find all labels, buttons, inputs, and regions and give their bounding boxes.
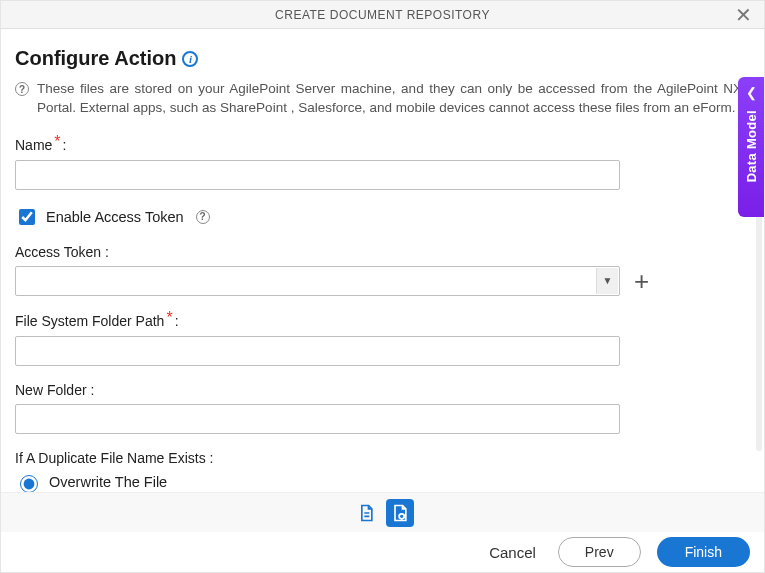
field-name: Name * : [15, 136, 742, 190]
prev-button[interactable]: Prev [558, 537, 641, 567]
name-label: Name * : [15, 136, 742, 154]
modal-header: CREATE DOCUMENT REPOSITORY ✕ [1, 1, 764, 29]
modal-create-document-repository: CREATE DOCUMENT REPOSITORY ✕ Configure A… [0, 0, 765, 573]
access-token-select[interactable] [15, 266, 620, 296]
field-folder-path: File System Folder Path * : [15, 312, 742, 366]
field-duplicate: If A Duplicate File Name Exists : Overwr… [15, 450, 742, 492]
help-text: These files are stored on your AgilePoin… [37, 80, 742, 118]
overwrite-radio[interactable] [20, 475, 38, 492]
duplicate-label: If A Duplicate File Name Exists : [15, 450, 742, 466]
field-access-token: Access Token : ▼ + [15, 244, 742, 296]
document-settings-icon[interactable] [386, 499, 414, 527]
help-row: ? These files are stored on your AgilePo… [15, 80, 742, 118]
section-title-row: Configure Action i [15, 47, 742, 70]
footer-icon-bar [1, 492, 764, 532]
new-folder-label: New Folder : [15, 382, 742, 398]
data-model-panel-toggle[interactable]: ❮ Data Model [738, 77, 764, 217]
enable-access-token-label: Enable Access Token [46, 209, 184, 225]
enable-access-token-checkbox[interactable] [19, 209, 35, 225]
field-new-folder: New Folder : [15, 382, 742, 434]
new-folder-input[interactable] [15, 404, 620, 434]
close-icon[interactable]: ✕ [729, 3, 758, 27]
help-icon[interactable]: ? [15, 82, 29, 96]
cancel-button[interactable]: Cancel [483, 543, 542, 562]
footer-buttons: Cancel Prev Finish [1, 532, 764, 572]
modal-body: Configure Action i ? These files are sto… [1, 29, 764, 492]
overwrite-radio-row: Overwrite The File [15, 472, 742, 492]
chevron-left-icon: ❮ [746, 85, 757, 100]
modal-footer: Cancel Prev Finish [1, 492, 764, 572]
help-icon[interactable]: ? [196, 210, 210, 224]
overwrite-radio-label: Overwrite The File [49, 474, 167, 490]
section-title: Configure Action [15, 47, 176, 70]
folder-path-input[interactable] [15, 336, 620, 366]
data-model-label: Data Model [744, 110, 759, 182]
enable-access-token-row: Enable Access Token ? [15, 206, 742, 228]
required-asterisk: * [54, 133, 60, 151]
svg-point-0 [399, 513, 404, 518]
access-token-row: ▼ + [15, 266, 742, 296]
info-icon[interactable]: i [182, 51, 198, 67]
add-access-token-button[interactable]: + [630, 268, 653, 294]
name-input[interactable] [15, 160, 620, 190]
finish-button[interactable]: Finish [657, 537, 750, 567]
folder-path-label: File System Folder Path * : [15, 312, 742, 330]
access-token-select-container: ▼ [15, 266, 620, 296]
required-asterisk: * [166, 309, 172, 327]
document-icon[interactable] [352, 499, 380, 527]
modal-title: CREATE DOCUMENT REPOSITORY [275, 8, 490, 22]
access-token-label: Access Token : [15, 244, 742, 260]
